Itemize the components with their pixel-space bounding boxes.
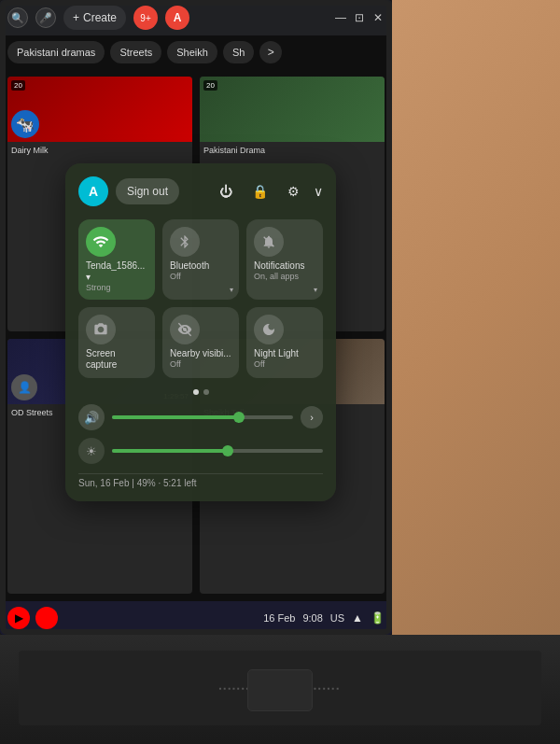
create-label: Create — [83, 11, 117, 24]
qs-collapse-button[interactable]: ∨ — [314, 184, 323, 199]
qs-tile-nearby[interactable]: Nearby visibi... Off — [162, 307, 239, 378]
qs-night-light-sublabel: Off — [254, 359, 265, 369]
qs-nearby-sublabel: Off — [170, 359, 181, 369]
qs-bluetooth-label: Bluetooth — [170, 260, 209, 272]
qs-nearby-label: Nearby visibi... — [170, 348, 231, 359]
qs-wifi-label: Tenda_1586... ▾ — [86, 260, 147, 283]
video-info-1: Dairy Milk — [7, 142, 192, 161]
qs-tile-wifi[interactable]: Tenda_1586... ▾ Strong — [78, 219, 155, 300]
qs-battery-info: Sun, 16 Feb | 49% · 5:21 left — [78, 473, 323, 488]
media-taskbar-icon[interactable] — [35, 607, 58, 629]
taskbar-left-icons: ▶ — [7, 607, 58, 629]
qs-top-icons: ⏻ 🔒 ⚙ ∨ — [213, 178, 323, 204]
close-button[interactable]: ✕ — [371, 11, 385, 24]
qs-screen-capture-label: Screen capture — [86, 348, 147, 371]
qs-volume-icon[interactable]: 🔊 — [78, 404, 105, 430]
laptop-bottom: ▪▪▪▪▪▪▪▪▪▪▪▪▪▪▪▪▪▪▪▪▪▪▪▪▪▪▪ — [0, 635, 560, 744]
mic-button[interactable]: 🎤 — [35, 7, 56, 28]
create-button[interactable]: + Create — [63, 6, 126, 30]
taskbar-region: US — [330, 612, 344, 624]
chip-pakistani-dramas[interactable]: Pakistani dramas — [7, 41, 105, 63]
qs-bluetooth-icon — [170, 227, 200, 257]
qs-volume-expand-button[interactable]: › — [301, 406, 323, 428]
taskbar: ▶ 16 Feb 9:08 US ▲ 🔋 — [0, 601, 392, 635]
qs-tile-notifications[interactable]: Notifications On, all apps ▾ — [246, 219, 323, 300]
qs-bluetooth-arrow: ▾ — [230, 286, 233, 294]
qs-wifi-icon — [86, 227, 116, 257]
qs-signout-button[interactable]: Sign out — [116, 178, 179, 204]
qs-brightness-icon[interactable]: ☀ — [78, 438, 105, 464]
qs-user-avatar[interactable]: A — [78, 176, 108, 206]
qs-tile-screen-capture[interactable]: Screen capture — [78, 307, 155, 378]
qs-tile-grid: Tenda_1586... ▾ Strong Bluetooth Off ▾ — [78, 219, 323, 378]
qs-settings-button[interactable]: ⚙ — [280, 178, 306, 204]
chrome-toolbar: 🔍 🎤 + Create 9+ A — ⊡ ✕ — [0, 0, 392, 35]
qs-dot-1 — [193, 389, 199, 395]
window-controls: — ⊡ ✕ — [334, 11, 385, 24]
video-badge-1: 20 — [11, 80, 25, 91]
qs-notifications-label: Notifications — [254, 260, 304, 272]
qs-brightness-fill — [112, 449, 228, 453]
touchpad[interactable] — [247, 669, 313, 711]
channel-logo-3: 👤 — [11, 374, 37, 400]
minimize-button[interactable]: — — [334, 11, 347, 24]
video-info-2: Pakistani Drama — [200, 142, 385, 161]
quick-settings-panel: A Sign out ⏻ 🔒 ⚙ ∨ Tenda_1586... — [65, 163, 336, 501]
qs-bluetooth-sublabel: Off — [170, 272, 181, 281]
qs-brightness-row: ☀ — [78, 438, 323, 464]
qs-volume-fill — [112, 415, 239, 419]
laptop-right-background — [392, 0, 560, 635]
qs-brightness-slider[interactable] — [112, 449, 323, 453]
laptop-screen: 🔍 🎤 + Create 9+ A — ⊡ ✕ Pakistani dramas… — [0, 0, 392, 635]
qs-power-button[interactable]: ⏻ — [213, 178, 239, 204]
qs-top-row: A Sign out ⏻ 🔒 ⚙ ∨ — [78, 176, 323, 206]
qs-screen-capture-icon — [86, 315, 116, 344]
chip-sheikh[interactable]: Sheikh — [167, 41, 217, 63]
account-avatar-button[interactable]: A — [165, 6, 189, 30]
qs-tile-night-light[interactable]: Night Light Off — [246, 307, 323, 378]
youtube-taskbar-icon[interactable]: ▶ — [7, 607, 30, 629]
taskbar-battery-icon: 🔋 — [371, 611, 385, 625]
qs-wifi-sublabel: Strong — [86, 283, 111, 292]
search-button[interactable]: 🔍 — [7, 7, 28, 28]
video-badge-2: 20 — [203, 80, 217, 91]
filter-chips-bar: Pakistani dramas Streets Sheikh Sh > — [0, 35, 392, 69]
qs-notifications-arrow: ▾ — [314, 286, 317, 294]
video-title-2: Pakistani Drama — [203, 146, 381, 157]
qs-volume-row: 🔊 › — [78, 404, 323, 430]
notifications-button[interactable]: 9+ — [133, 6, 158, 30]
qs-page-dots — [78, 389, 323, 395]
qs-nearby-icon — [170, 315, 200, 344]
qs-notifications-icon — [254, 227, 284, 257]
notifications-badge: 9+ — [140, 13, 150, 23]
create-plus-icon: + — [73, 11, 79, 24]
qs-night-light-label: Night Light — [254, 348, 299, 359]
qs-volume-slider[interactable] — [112, 415, 293, 419]
taskbar-time: 9:08 — [302, 612, 322, 624]
qs-lock-button[interactable]: 🔒 — [246, 178, 273, 204]
chips-more-button[interactable]: > — [259, 41, 282, 63]
taskbar-wifi-icon: ▲ — [352, 611, 363, 625]
qs-tile-bluetooth[interactable]: Bluetooth Off ▾ — [162, 219, 239, 300]
maximize-button[interactable]: ⊡ — [353, 11, 366, 24]
channel-logo-1: 🐄 — [11, 110, 39, 138]
qs-night-light-icon — [254, 315, 284, 344]
qs-dot-2 — [203, 389, 209, 395]
chip-streets[interactable]: Streets — [110, 41, 161, 63]
taskbar-date: 16 Feb — [263, 612, 295, 624]
qs-notifications-sublabel: On, all apps — [254, 272, 299, 281]
video-title-1: Dairy Milk — [11, 146, 189, 157]
avatar-letter: A — [174, 11, 182, 24]
chip-sh[interactable]: Sh — [223, 41, 254, 63]
